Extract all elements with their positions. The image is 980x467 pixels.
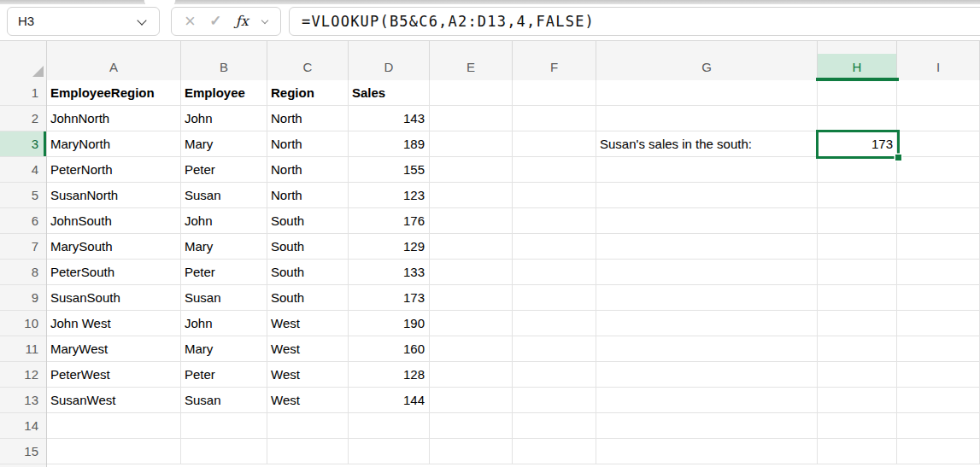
cell-F9[interactable] [513,285,596,311]
cell-I8[interactable] [897,260,980,285]
cell-G15[interactable] [596,439,818,464]
column-header-E[interactable]: E [430,41,513,80]
column-header-D[interactable]: D [349,41,430,80]
cell-G9[interactable] [596,285,818,311]
cell-F11[interactable] [513,336,596,362]
cell-B1[interactable]: Employee [181,80,267,106]
cell-H10[interactable] [818,311,897,336]
column-header-C[interactable]: C [267,41,349,80]
cell-A7[interactable]: MarySouth [47,234,181,260]
cell-B8[interactable]: Peter [181,260,267,285]
cell-I4[interactable] [897,157,980,183]
cell-C1[interactable]: Region [267,80,349,106]
cell-A13[interactable]: SusanWest [47,388,181,413]
cell-F2[interactable] [513,106,596,131]
row-header-6[interactable]: 6 [0,208,46,234]
fx-chevron-icon[interactable] [261,16,268,23]
cell-I14[interactable] [897,413,980,439]
cell-A4[interactable]: PeterNorth [47,157,181,183]
column-header-H[interactable]: H [818,41,897,80]
cell-F14[interactable] [513,413,596,439]
cell-G14[interactable] [596,413,818,439]
cell-C8[interactable]: South [267,260,349,285]
cell-B9[interactable]: Susan [181,285,267,311]
row-header-12[interactable]: 12 [0,362,46,388]
cell-D15[interactable] [349,439,430,464]
cell-E14[interactable] [430,413,513,439]
cell-F4[interactable] [513,157,596,183]
cell-C12[interactable]: West [267,362,349,388]
cell-G8[interactable] [596,260,818,285]
cell-E10[interactable] [430,311,513,336]
cell-C9[interactable]: South [267,285,349,311]
cell-E9[interactable] [430,285,513,311]
column-header-G[interactable]: G [596,41,818,80]
cell-H4[interactable] [818,157,897,183]
cell-G3-label[interactable]: Susan's sales in the south: [600,131,816,157]
cell-B14[interactable] [181,413,267,439]
cell-B5[interactable]: Susan [181,183,267,208]
cell-D3[interactable]: 189 [349,131,430,157]
cell-C10[interactable]: West [267,311,349,336]
row-header-7[interactable]: 7 [0,234,46,260]
cell-D4[interactable]: 155 [349,157,430,183]
cell-I9[interactable] [897,285,980,311]
cell-B10[interactable]: John [181,311,267,336]
cell-I7[interactable] [897,234,980,260]
cell-C2[interactable]: North [267,106,349,131]
cell-I10[interactable] [897,311,980,336]
cell-C15[interactable] [267,439,349,464]
cell-F6[interactable] [513,208,596,234]
cell-F3[interactable] [513,131,596,157]
row-header-15[interactable]: 15 [0,439,46,464]
cell-B2[interactable]: John [181,106,267,131]
cell-G11[interactable] [596,336,818,362]
cell-G1[interactable] [596,80,818,106]
cell-C7[interactable]: South [267,234,349,260]
cell-G10[interactable] [596,311,818,336]
row-header-3[interactable]: 3 [0,131,46,157]
cell-A1[interactable]: EmployeeRegion [47,80,181,106]
cell-A6[interactable]: JohnSouth [47,208,181,234]
cell-F5[interactable] [513,183,596,208]
cell-B11[interactable]: Mary [181,336,267,362]
cell-C5[interactable]: North [267,183,349,208]
cell-G6[interactable] [596,208,818,234]
column-header-B[interactable]: B [181,41,267,80]
cell-H14[interactable] [818,413,897,439]
cell-H9[interactable] [818,285,897,311]
cell-E6[interactable] [430,208,513,234]
cell-D12[interactable]: 128 [349,362,430,388]
cancel-icon[interactable]: × [185,8,196,35]
cell-H1[interactable] [818,80,897,106]
cell-D1[interactable]: Sales [349,80,430,106]
cell-G2[interactable] [596,106,818,131]
row-header-4[interactable]: 4 [0,157,46,183]
cell-D13[interactable]: 144 [349,388,430,413]
row-header-9[interactable]: 9 [0,285,46,311]
cell-H5[interactable] [818,183,897,208]
cell-E7[interactable] [430,234,513,260]
cell-A8[interactable]: PeterSouth [47,260,181,285]
cell-F13[interactable] [513,388,596,413]
cell-C14[interactable] [267,413,349,439]
row-header-2[interactable]: 2 [0,106,46,131]
cell-H11[interactable] [818,336,897,362]
cell-I6[interactable] [897,208,980,234]
cell-A5[interactable]: SusanNorth [47,183,181,208]
cell-B13[interactable]: Susan [181,388,267,413]
cell-G7[interactable] [596,234,818,260]
enter-icon[interactable]: ✓ [209,8,221,35]
cell-E2[interactable] [430,106,513,131]
fill-handle[interactable] [895,155,901,161]
cell-C6[interactable]: South [267,208,349,234]
cell-C11[interactable]: West [267,336,349,362]
cell-D2[interactable]: 143 [349,106,430,131]
row-header-8[interactable]: 8 [0,260,46,285]
row-header-13[interactable]: 13 [0,388,46,413]
cell-C3[interactable]: North [267,131,349,157]
cell-A2[interactable]: JohnNorth [47,106,181,131]
cell-A11[interactable]: MaryWest [47,336,181,362]
cell-F12[interactable] [513,362,596,388]
column-header-A[interactable]: A [47,41,181,80]
